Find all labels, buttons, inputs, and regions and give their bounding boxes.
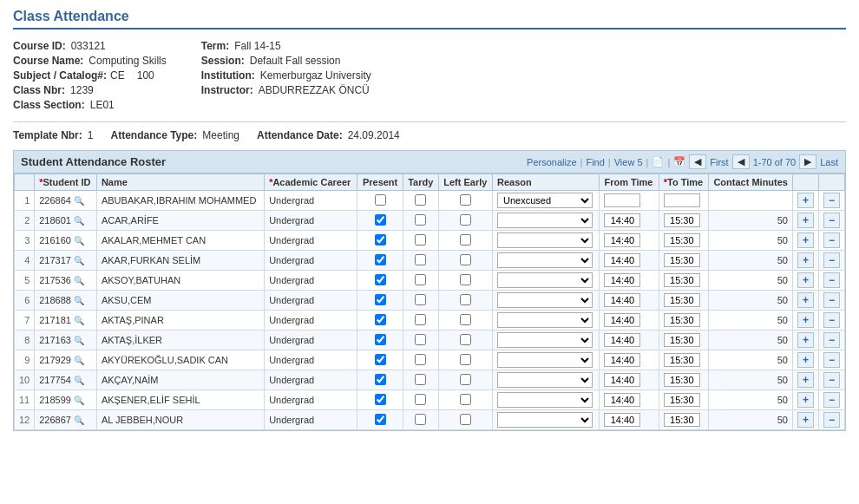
personalize-link[interactable]: Personalize xyxy=(527,157,576,167)
reason-select[interactable]: UnexcusedExcusedMedicalOther xyxy=(497,392,593,408)
left-early-checkbox[interactable] xyxy=(460,214,471,226)
reason-select[interactable]: UnexcusedExcusedMedicalOther xyxy=(497,312,593,328)
reason-select[interactable]: UnexcusedExcusedMedicalOther xyxy=(497,352,593,368)
add-row-button[interactable]: + xyxy=(797,332,814,348)
left-early-checkbox[interactable] xyxy=(460,194,471,206)
from-time-input[interactable] xyxy=(604,353,640,367)
present-checkbox[interactable] xyxy=(375,354,386,365)
search-icon[interactable]: 🔍 xyxy=(71,316,84,325)
remove-row-button[interactable]: − xyxy=(823,272,840,288)
search-icon[interactable]: 🔍 xyxy=(71,416,84,425)
from-time-input[interactable] xyxy=(604,273,640,287)
tardy-checkbox[interactable] xyxy=(415,374,426,385)
present-checkbox[interactable] xyxy=(375,334,386,345)
present-checkbox[interactable] xyxy=(375,234,386,245)
to-time-input[interactable] xyxy=(664,213,700,227)
reason-select[interactable]: UnexcusedExcusedMedicalOther xyxy=(497,332,593,348)
add-row-button[interactable]: + xyxy=(797,193,814,208)
left-early-checkbox[interactable] xyxy=(460,254,471,265)
tardy-checkbox[interactable] xyxy=(415,354,426,365)
search-icon[interactable]: 🔍 xyxy=(71,376,84,385)
present-checkbox[interactable] xyxy=(375,414,386,425)
reason-select[interactable]: UnexcusedExcusedMedicalOther xyxy=(497,292,593,308)
remove-row-button[interactable]: − xyxy=(823,292,840,308)
reason-select[interactable]: UnexcusedExcusedMedicalOther xyxy=(497,252,593,268)
remove-row-button[interactable]: − xyxy=(823,312,840,328)
tardy-checkbox[interactable] xyxy=(415,414,426,425)
left-early-checkbox[interactable] xyxy=(460,414,471,425)
remove-row-button[interactable]: − xyxy=(823,412,840,428)
to-time-input[interactable] xyxy=(664,233,700,247)
to-time-input[interactable] xyxy=(664,373,700,387)
remove-row-button[interactable]: − xyxy=(823,213,840,228)
remove-row-button[interactable]: − xyxy=(823,232,840,248)
add-row-button[interactable]: + xyxy=(797,372,814,388)
to-time-input[interactable] xyxy=(664,413,700,427)
search-icon[interactable]: 🔍 xyxy=(71,356,84,365)
search-icon[interactable]: 🔍 xyxy=(71,276,84,285)
left-early-checkbox[interactable] xyxy=(460,354,471,365)
reason-select[interactable]: UnexcusedExcusedMedicalOther xyxy=(497,372,593,388)
present-checkbox[interactable] xyxy=(375,194,386,206)
present-checkbox[interactable] xyxy=(375,374,386,385)
add-row-button[interactable]: + xyxy=(797,232,814,248)
left-early-checkbox[interactable] xyxy=(460,334,471,345)
find-link[interactable]: Find xyxy=(586,157,604,167)
present-checkbox[interactable] xyxy=(375,254,386,265)
search-icon[interactable]: 🔍 xyxy=(71,196,84,206)
view5-link[interactable]: View 5 xyxy=(614,157,643,167)
left-early-checkbox[interactable] xyxy=(460,234,471,245)
tardy-checkbox[interactable] xyxy=(415,294,426,305)
add-row-button[interactable]: + xyxy=(797,252,814,268)
add-row-button[interactable]: + xyxy=(797,272,814,288)
remove-row-button[interactable]: − xyxy=(823,352,840,368)
tardy-checkbox[interactable] xyxy=(415,254,426,265)
left-early-checkbox[interactable] xyxy=(460,314,471,325)
reason-select[interactable]: UnexcusedExcusedMedicalOther xyxy=(497,412,593,428)
prev-button[interactable]: ◀ xyxy=(732,154,750,169)
remove-row-button[interactable]: − xyxy=(823,372,840,388)
present-checkbox[interactable] xyxy=(375,214,386,226)
from-time-input[interactable] xyxy=(604,193,640,207)
from-time-input[interactable] xyxy=(604,333,640,347)
to-time-input[interactable] xyxy=(664,333,700,347)
tardy-checkbox[interactable] xyxy=(415,334,426,345)
from-time-input[interactable] xyxy=(604,313,640,327)
next-button[interactable]: ▶ xyxy=(799,154,816,169)
add-row-button[interactable]: + xyxy=(797,412,814,428)
to-time-input[interactable] xyxy=(664,393,700,407)
to-time-input[interactable] xyxy=(664,353,700,367)
reason-select[interactable]: UnexcusedExcusedMedicalOther xyxy=(497,232,593,248)
tardy-checkbox[interactable] xyxy=(415,274,426,285)
from-time-input[interactable] xyxy=(604,233,640,247)
remove-row-button[interactable]: − xyxy=(823,252,840,268)
to-time-input[interactable] xyxy=(664,193,700,207)
to-time-input[interactable] xyxy=(664,273,700,287)
present-checkbox[interactable] xyxy=(375,294,386,305)
add-row-button[interactable]: + xyxy=(797,312,814,328)
add-row-button[interactable]: + xyxy=(797,213,814,228)
search-icon[interactable]: 🔍 xyxy=(71,336,84,345)
search-icon[interactable]: 🔍 xyxy=(71,296,84,305)
left-early-checkbox[interactable] xyxy=(460,374,471,385)
from-time-input[interactable] xyxy=(604,393,640,407)
left-early-checkbox[interactable] xyxy=(460,294,471,305)
search-icon[interactable]: 🔍 xyxy=(71,216,84,226)
tardy-checkbox[interactable] xyxy=(415,234,426,245)
remove-row-button[interactable]: − xyxy=(823,193,840,208)
remove-row-button[interactable]: − xyxy=(823,332,840,348)
from-time-input[interactable] xyxy=(604,413,640,427)
tardy-checkbox[interactable] xyxy=(415,394,426,405)
first-button[interactable]: ◀ xyxy=(689,154,706,169)
left-early-checkbox[interactable] xyxy=(460,274,471,285)
reason-select[interactable]: UnexcusedExcusedMedicalOther xyxy=(497,193,593,208)
present-checkbox[interactable] xyxy=(375,274,386,285)
add-row-button[interactable]: + xyxy=(797,292,814,308)
present-checkbox[interactable] xyxy=(375,394,386,405)
tardy-checkbox[interactable] xyxy=(415,194,426,206)
left-early-checkbox[interactable] xyxy=(460,394,471,405)
search-icon[interactable]: 🔍 xyxy=(71,236,84,245)
from-time-input[interactable] xyxy=(604,253,640,267)
to-time-input[interactable] xyxy=(664,313,700,327)
from-time-input[interactable] xyxy=(604,373,640,387)
